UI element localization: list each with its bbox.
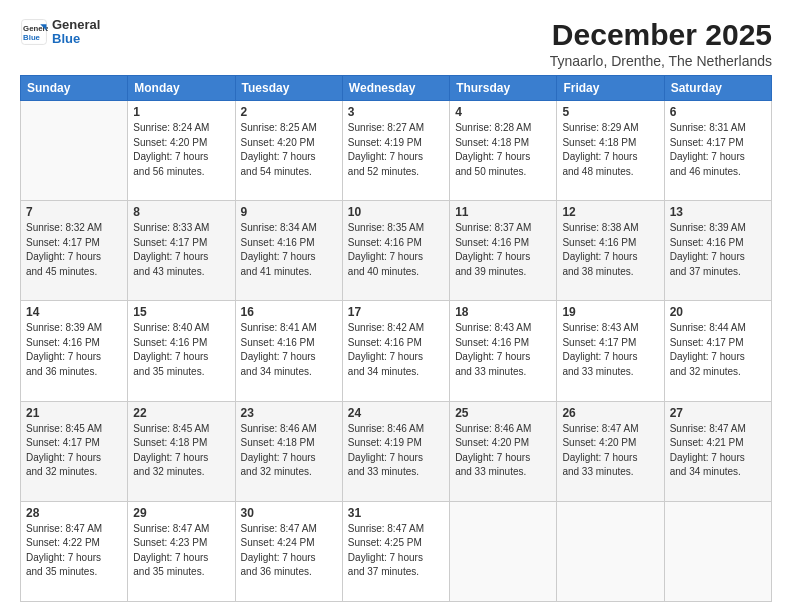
title-block: December 2025 Tynaarlo, Drenthe, The Net… xyxy=(550,18,772,69)
day-info: Sunrise: 8:28 AM Sunset: 4:18 PM Dayligh… xyxy=(455,122,531,177)
day-info: Sunrise: 8:32 AM Sunset: 4:17 PM Dayligh… xyxy=(26,222,102,277)
main-title: December 2025 xyxy=(550,18,772,51)
calendar-cell: 19Sunrise: 8:43 AM Sunset: 4:17 PM Dayli… xyxy=(557,301,664,401)
calendar-week-2: 7Sunrise: 8:32 AM Sunset: 4:17 PM Daylig… xyxy=(21,201,772,301)
day-number: 2 xyxy=(241,105,337,119)
calendar-week-5: 28Sunrise: 8:47 AM Sunset: 4:22 PM Dayli… xyxy=(21,501,772,601)
calendar-cell: 27Sunrise: 8:47 AM Sunset: 4:21 PM Dayli… xyxy=(664,401,771,501)
header: General Blue General Blue December 2025 … xyxy=(20,18,772,69)
day-info: Sunrise: 8:45 AM Sunset: 4:18 PM Dayligh… xyxy=(133,423,209,478)
day-number: 28 xyxy=(26,506,122,520)
calendar-cell: 13Sunrise: 8:39 AM Sunset: 4:16 PM Dayli… xyxy=(664,201,771,301)
logo: General Blue General Blue xyxy=(20,18,100,47)
calendar-cell: 23Sunrise: 8:46 AM Sunset: 4:18 PM Dayli… xyxy=(235,401,342,501)
calendar-cell: 16Sunrise: 8:41 AM Sunset: 4:16 PM Dayli… xyxy=(235,301,342,401)
day-info: Sunrise: 8:47 AM Sunset: 4:21 PM Dayligh… xyxy=(670,423,746,478)
calendar-cell: 9Sunrise: 8:34 AM Sunset: 4:16 PM Daylig… xyxy=(235,201,342,301)
calendar-cell: 26Sunrise: 8:47 AM Sunset: 4:20 PM Dayli… xyxy=(557,401,664,501)
calendar-cell: 28Sunrise: 8:47 AM Sunset: 4:22 PM Dayli… xyxy=(21,501,128,601)
day-info: Sunrise: 8:37 AM Sunset: 4:16 PM Dayligh… xyxy=(455,222,531,277)
day-number: 27 xyxy=(670,406,766,420)
day-number: 15 xyxy=(133,305,229,319)
calendar-cell: 10Sunrise: 8:35 AM Sunset: 4:16 PM Dayli… xyxy=(342,201,449,301)
day-number: 17 xyxy=(348,305,444,319)
day-info: Sunrise: 8:38 AM Sunset: 4:16 PM Dayligh… xyxy=(562,222,638,277)
day-info: Sunrise: 8:29 AM Sunset: 4:18 PM Dayligh… xyxy=(562,122,638,177)
day-info: Sunrise: 8:46 AM Sunset: 4:19 PM Dayligh… xyxy=(348,423,424,478)
calendar-cell: 2Sunrise: 8:25 AM Sunset: 4:20 PM Daylig… xyxy=(235,101,342,201)
day-number: 13 xyxy=(670,205,766,219)
calendar-cell: 22Sunrise: 8:45 AM Sunset: 4:18 PM Dayli… xyxy=(128,401,235,501)
day-number: 9 xyxy=(241,205,337,219)
day-number: 29 xyxy=(133,506,229,520)
calendar-cell: 30Sunrise: 8:47 AM Sunset: 4:24 PM Dayli… xyxy=(235,501,342,601)
day-number: 23 xyxy=(241,406,337,420)
day-number: 24 xyxy=(348,406,444,420)
day-info: Sunrise: 8:44 AM Sunset: 4:17 PM Dayligh… xyxy=(670,322,746,377)
day-number: 12 xyxy=(562,205,658,219)
day-number: 20 xyxy=(670,305,766,319)
calendar-cell: 11Sunrise: 8:37 AM Sunset: 4:16 PM Dayli… xyxy=(450,201,557,301)
calendar-cell xyxy=(664,501,771,601)
header-day-wednesday: Wednesday xyxy=(342,76,449,101)
day-info: Sunrise: 8:46 AM Sunset: 4:18 PM Dayligh… xyxy=(241,423,317,478)
page: General Blue General Blue December 2025 … xyxy=(0,0,792,612)
header-day-saturday: Saturday xyxy=(664,76,771,101)
day-number: 25 xyxy=(455,406,551,420)
day-number: 1 xyxy=(133,105,229,119)
day-number: 14 xyxy=(26,305,122,319)
calendar-cell: 21Sunrise: 8:45 AM Sunset: 4:17 PM Dayli… xyxy=(21,401,128,501)
calendar-cell: 18Sunrise: 8:43 AM Sunset: 4:16 PM Dayli… xyxy=(450,301,557,401)
svg-text:Blue: Blue xyxy=(23,33,41,42)
day-info: Sunrise: 8:45 AM Sunset: 4:17 PM Dayligh… xyxy=(26,423,102,478)
calendar-cell: 1Sunrise: 8:24 AM Sunset: 4:20 PM Daylig… xyxy=(128,101,235,201)
day-info: Sunrise: 8:31 AM Sunset: 4:17 PM Dayligh… xyxy=(670,122,746,177)
header-day-tuesday: Tuesday xyxy=(235,76,342,101)
day-info: Sunrise: 8:47 AM Sunset: 4:23 PM Dayligh… xyxy=(133,523,209,578)
day-info: Sunrise: 8:33 AM Sunset: 4:17 PM Dayligh… xyxy=(133,222,209,277)
day-info: Sunrise: 8:34 AM Sunset: 4:16 PM Dayligh… xyxy=(241,222,317,277)
header-day-thursday: Thursday xyxy=(450,76,557,101)
header-day-friday: Friday xyxy=(557,76,664,101)
day-number: 31 xyxy=(348,506,444,520)
day-number: 18 xyxy=(455,305,551,319)
day-info: Sunrise: 8:43 AM Sunset: 4:17 PM Dayligh… xyxy=(562,322,638,377)
calendar-table: SundayMondayTuesdayWednesdayThursdayFrid… xyxy=(20,75,772,602)
calendar-cell: 3Sunrise: 8:27 AM Sunset: 4:19 PM Daylig… xyxy=(342,101,449,201)
day-number: 3 xyxy=(348,105,444,119)
day-info: Sunrise: 8:47 AM Sunset: 4:25 PM Dayligh… xyxy=(348,523,424,578)
calendar-cell: 14Sunrise: 8:39 AM Sunset: 4:16 PM Dayli… xyxy=(21,301,128,401)
day-info: Sunrise: 8:47 AM Sunset: 4:22 PM Dayligh… xyxy=(26,523,102,578)
day-info: Sunrise: 8:25 AM Sunset: 4:20 PM Dayligh… xyxy=(241,122,317,177)
day-info: Sunrise: 8:35 AM Sunset: 4:16 PM Dayligh… xyxy=(348,222,424,277)
calendar-cell xyxy=(557,501,664,601)
header-day-sunday: Sunday xyxy=(21,76,128,101)
calendar-header-row: SundayMondayTuesdayWednesdayThursdayFrid… xyxy=(21,76,772,101)
calendar-cell: 4Sunrise: 8:28 AM Sunset: 4:18 PM Daylig… xyxy=(450,101,557,201)
header-day-monday: Monday xyxy=(128,76,235,101)
day-info: Sunrise: 8:47 AM Sunset: 4:24 PM Dayligh… xyxy=(241,523,317,578)
calendar-cell: 8Sunrise: 8:33 AM Sunset: 4:17 PM Daylig… xyxy=(128,201,235,301)
calendar-week-3: 14Sunrise: 8:39 AM Sunset: 4:16 PM Dayli… xyxy=(21,301,772,401)
day-info: Sunrise: 8:40 AM Sunset: 4:16 PM Dayligh… xyxy=(133,322,209,377)
day-info: Sunrise: 8:42 AM Sunset: 4:16 PM Dayligh… xyxy=(348,322,424,377)
day-info: Sunrise: 8:46 AM Sunset: 4:20 PM Dayligh… xyxy=(455,423,531,478)
calendar-cell xyxy=(450,501,557,601)
calendar-cell xyxy=(21,101,128,201)
calendar-cell: 20Sunrise: 8:44 AM Sunset: 4:17 PM Dayli… xyxy=(664,301,771,401)
day-number: 6 xyxy=(670,105,766,119)
day-number: 5 xyxy=(562,105,658,119)
day-info: Sunrise: 8:47 AM Sunset: 4:20 PM Dayligh… xyxy=(562,423,638,478)
day-number: 8 xyxy=(133,205,229,219)
day-number: 4 xyxy=(455,105,551,119)
calendar-cell: 17Sunrise: 8:42 AM Sunset: 4:16 PM Dayli… xyxy=(342,301,449,401)
day-number: 7 xyxy=(26,205,122,219)
day-info: Sunrise: 8:43 AM Sunset: 4:16 PM Dayligh… xyxy=(455,322,531,377)
subtitle: Tynaarlo, Drenthe, The Netherlands xyxy=(550,53,772,69)
calendar-cell: 31Sunrise: 8:47 AM Sunset: 4:25 PM Dayli… xyxy=(342,501,449,601)
day-number: 30 xyxy=(241,506,337,520)
day-number: 16 xyxy=(241,305,337,319)
calendar-cell: 25Sunrise: 8:46 AM Sunset: 4:20 PM Dayli… xyxy=(450,401,557,501)
logo-line2: Blue xyxy=(52,32,100,46)
calendar-week-1: 1Sunrise: 8:24 AM Sunset: 4:20 PM Daylig… xyxy=(21,101,772,201)
